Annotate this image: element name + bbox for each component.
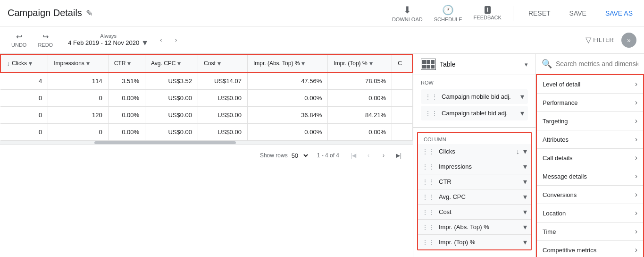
metric-category-item[interactable]: Attributes › bbox=[537, 130, 643, 149]
row-item-mobile-expand-icon[interactable]: ▾ bbox=[520, 92, 524, 101]
reset-button[interactable]: RESET bbox=[525, 6, 554, 21]
save-button[interactable]: SAVE bbox=[566, 6, 590, 21]
table-selector-label: Table bbox=[440, 60, 521, 68]
column-item-expand-icon[interactable]: ▾ bbox=[523, 147, 527, 156]
row-item-campaign-tablet[interactable]: ⋮⋮ Campaign tablet bid adj. ▾ bbox=[421, 106, 528, 120]
col-clicks-dropdown[interactable]: ▾ bbox=[29, 60, 32, 67]
metric-category-expand-icon: › bbox=[635, 227, 637, 236]
col-cost-dropdown[interactable]: ▾ bbox=[217, 60, 221, 67]
column-item-expand-icon[interactable]: ▾ bbox=[523, 192, 527, 201]
column-item[interactable]: ⋮⋮ Avg. CPC ▾ bbox=[418, 189, 531, 204]
save-as-button[interactable]: SAVE AS bbox=[602, 6, 636, 21]
drag-icon: ⋮⋮ bbox=[425, 93, 438, 101]
metric-category-label: Time bbox=[543, 228, 635, 235]
column-item-expand-icon[interactable]: ▾ bbox=[523, 162, 527, 171]
col-impr-abs-top-dropdown[interactable]: ▾ bbox=[301, 60, 305, 67]
table-selector-dropdown-icon[interactable]: ▾ bbox=[525, 61, 528, 68]
table-selector[interactable]: Table ▾ bbox=[413, 54, 535, 75]
table-cell: US$0.00 bbox=[198, 107, 248, 124]
date-range-text: 4 Feb 2019 - 12 Nov 2020 bbox=[68, 39, 139, 46]
metric-category-item[interactable]: Time › bbox=[537, 223, 643, 241]
first-page-button[interactable]: |◀ bbox=[347, 149, 360, 162]
metric-category-item[interactable]: Location › bbox=[537, 204, 643, 223]
horizontal-scrollbar[interactable] bbox=[0, 141, 413, 145]
drag-icon: ⋮⋮ bbox=[422, 148, 435, 155]
col-avg-cpc[interactable]: Avg. CPC ▾ bbox=[145, 54, 198, 72]
expand-button[interactable]: » bbox=[621, 33, 636, 48]
metric-category-item[interactable]: Performance › bbox=[537, 94, 643, 112]
col-impr-top[interactable]: Impr. (Top) % ▾ bbox=[328, 54, 392, 72]
metric-category-expand-icon: › bbox=[635, 98, 637, 107]
metric-category-item[interactable]: Level of detail › bbox=[537, 75, 643, 94]
date-range-display: 4 Feb 2019 - 12 Nov 2020 ▼ bbox=[68, 39, 149, 47]
row-item-tablet-expand-icon[interactable]: ▾ bbox=[520, 109, 524, 118]
col-impressions-dropdown[interactable]: ▾ bbox=[86, 60, 90, 67]
column-item[interactable]: ⋮⋮ Cost ▾ bbox=[418, 204, 531, 219]
redo-button[interactable]: ↪ REDO bbox=[34, 30, 57, 50]
col-clicks[interactable]: ↓ Clicks ▾ bbox=[0, 54, 48, 72]
metric-category-item[interactable]: Call details › bbox=[537, 149, 643, 167]
drag-icon: ⋮⋮ bbox=[422, 193, 435, 201]
col-ctr-dropdown[interactable]: ▾ bbox=[127, 60, 131, 67]
column-item[interactable]: ⋮⋮ Impressions ▾ bbox=[418, 159, 531, 174]
table-cell: 0 bbox=[48, 124, 109, 141]
column-item-expand-icon[interactable]: ▾ bbox=[523, 177, 527, 186]
col-c[interactable]: C bbox=[392, 54, 412, 72]
col-cost[interactable]: Cost ▾ bbox=[198, 54, 248, 72]
row-item-campaign-mobile[interactable]: ⋮⋮ Campaign mobile bid adj. ▾ bbox=[421, 89, 528, 104]
schedule-button[interactable]: 🕐 SCHEDULE bbox=[434, 4, 462, 22]
col-impressions[interactable]: Impressions ▾ bbox=[48, 54, 109, 72]
metric-category-expand-icon: › bbox=[635, 246, 637, 254]
column-item[interactable]: ⋮⋮ Impr. (Top) % ▾ bbox=[418, 234, 531, 249]
last-page-button[interactable]: ▶| bbox=[392, 149, 405, 162]
column-item-label: Clicks bbox=[439, 148, 512, 155]
row-item-campaign-mobile-label: Campaign mobile bid adj. bbox=[442, 93, 517, 100]
table-cell: 0 bbox=[0, 107, 48, 124]
col-impr-abs-top[interactable]: Impr. (Abs. Top) % ▾ bbox=[247, 54, 327, 72]
scroll-thumb[interactable] bbox=[94, 141, 236, 144]
table-row: 000.00%US$0.00US$0.000.00%0.00% bbox=[0, 90, 412, 107]
col-avg-cpc-dropdown[interactable]: ▾ bbox=[177, 60, 181, 67]
date-next-button[interactable]: › bbox=[169, 34, 183, 47]
undo-button[interactable]: ↩ UNDO bbox=[8, 30, 30, 50]
col-avg-cpc-label: Avg. CPC bbox=[151, 60, 176, 67]
column-item[interactable]: ⋮⋮ Clicks ↓ ▾ bbox=[418, 144, 531, 159]
col-impr-top-dropdown[interactable]: ▾ bbox=[369, 60, 373, 67]
table-cell: 47.56% bbox=[247, 72, 327, 90]
date-prev-button[interactable]: ‹ bbox=[154, 34, 167, 47]
show-rows-control: Show rows 50 100 200 bbox=[260, 152, 309, 160]
schedule-icon: 🕐 bbox=[442, 4, 454, 16]
table-cell: 0.00% bbox=[247, 124, 327, 141]
metric-category-item[interactable]: Conversions › bbox=[537, 186, 643, 204]
filter-button[interactable]: ▽ FILTER bbox=[585, 35, 614, 44]
search-icon: 🔍 bbox=[542, 59, 552, 69]
more-options-icon[interactable]: ⋮ bbox=[642, 60, 644, 68]
col-ctr[interactable]: CTR ▾ bbox=[108, 54, 145, 72]
metric-category-item[interactable]: Targeting › bbox=[537, 112, 643, 130]
drag-icon: ⋮⋮ bbox=[422, 239, 435, 246]
drag-icon: ⋮⋮ bbox=[422, 223, 435, 231]
column-item-expand-icon[interactable]: ▾ bbox=[523, 238, 527, 247]
edit-icon[interactable]: ✎ bbox=[86, 8, 93, 18]
col-impressions-label: Impressions bbox=[54, 60, 84, 67]
metrics-search-input[interactable] bbox=[556, 60, 638, 68]
table-cell: US$0.00 bbox=[145, 124, 198, 141]
column-item[interactable]: ⋮⋮ Impr. (Abs. Top) % ▾ bbox=[418, 219, 531, 234]
metric-category-item[interactable]: Message details › bbox=[537, 167, 643, 186]
column-item-expand-icon[interactable]: ▾ bbox=[523, 207, 527, 216]
column-item-label: Impr. (Abs. Top) % bbox=[439, 223, 519, 231]
next-page-button[interactable]: › bbox=[377, 149, 390, 162]
col-impr-top-label: Impr. (Top) % bbox=[334, 60, 367, 67]
date-picker[interactable]: Always 4 Feb 2019 - 12 Nov 2020 ▼ bbox=[68, 33, 149, 47]
download-button[interactable]: ⬇ DOWNLOAD bbox=[392, 4, 423, 22]
table-cell: 3.51% bbox=[108, 72, 145, 90]
table-cell: 0 bbox=[0, 124, 48, 141]
metric-category-item[interactable]: Competitive metrics › bbox=[537, 241, 643, 257]
feedback-button[interactable]: ! FEEDBACK bbox=[474, 6, 502, 20]
column-item[interactable]: ⋮⋮ CTR ▾ bbox=[418, 174, 531, 189]
table-cell: US$3.52 bbox=[145, 72, 198, 90]
column-item-expand-icon[interactable]: ▾ bbox=[523, 223, 527, 231]
rows-per-page-select[interactable]: 50 100 200 bbox=[290, 152, 309, 160]
prev-page-button[interactable]: ‹ bbox=[362, 149, 375, 162]
table-area: ↓ Clicks ▾ Impressions ▾ CTR bbox=[0, 54, 413, 257]
